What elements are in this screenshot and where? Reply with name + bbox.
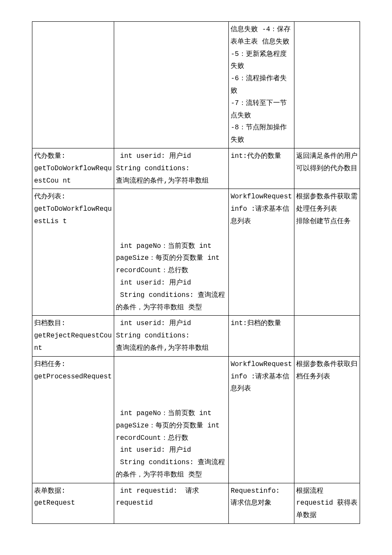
table-row: 信息失败 -4：保存表单主表 信息失败 -5：更新紧急程度失败 -6：流程操作者… [32, 22, 360, 148]
table-row: 归档数目: getRejectRequestCount int userid: … [32, 316, 360, 356]
cell-params: int userid: 用户id String conditions: 查询流程… [114, 148, 229, 189]
cell-desc: 根据流程requestid 获得表单数据 [294, 483, 360, 523]
cell-params: int userid: 用户id String conditions: 查询流程… [114, 316, 229, 356]
table-row: 代办列表: getToDoWorkflowRequestLis t int pa… [32, 189, 360, 316]
cell-method: 归档任务: getProcessedRequest [32, 356, 114, 483]
api-table: 信息失败 -4：保存表单主表 信息失败 -5：更新紧急程度失败 -6：流程操作者… [32, 21, 360, 524]
cell-desc [294, 316, 360, 356]
cell-params: int requestid: 请求 requestid [114, 483, 229, 523]
cell-method: 归档数目: getRejectRequestCount [32, 316, 114, 356]
cell-desc [294, 22, 360, 148]
cell-params: int pageNo：当前页数 int pageSize：每页的分页数量 int… [114, 356, 229, 483]
cell-method: 代办数量: getToDoWorkflowRequestCou nt [32, 148, 114, 189]
cell-return: int:归档的数量 [229, 316, 294, 356]
cell-params [114, 22, 229, 148]
table-row: 代办数量: getToDoWorkflowRequestCou nt int u… [32, 148, 360, 189]
cell-return: int:代办的数量 [229, 148, 294, 189]
document-page: 信息失败 -4：保存表单主表 信息失败 -5：更新紧急程度失败 -6：流程操作者… [0, 0, 392, 549]
cell-desc: 根据参数条件获取归档任务列表 [294, 356, 360, 483]
cell-desc: 根据参数条件获取需处理任务列表 排除创建节点任务 [294, 189, 360, 316]
cell-method: 表单数据: getRequest [32, 483, 114, 523]
cell-return: Requestinfo: 请求信息对象 [229, 483, 294, 523]
cell-method [32, 22, 114, 148]
cell-return: 信息失败 -4：保存表单主表 信息失败 -5：更新紧急程度失败 -6：流程操作者… [229, 22, 294, 148]
cell-return: WorkflowRequestinfo :请求基本信息列表 [229, 356, 294, 483]
cell-params: int pageNo：当前页数 int pageSize：每页的分页数量 int… [114, 189, 229, 316]
table-row: 归档任务: getProcessedRequest int pageNo：当前页… [32, 356, 360, 483]
table-row: 表单数据: getRequest int requestid: 请求 reque… [32, 483, 360, 523]
cell-desc: 返回满足条件的用户可以得到的代办数目 [294, 148, 360, 189]
cell-method: 代办列表: getToDoWorkflowRequestLis t [32, 189, 114, 316]
cell-return: WorkflowRequestinfo :请求基本信息列表 [229, 189, 294, 316]
